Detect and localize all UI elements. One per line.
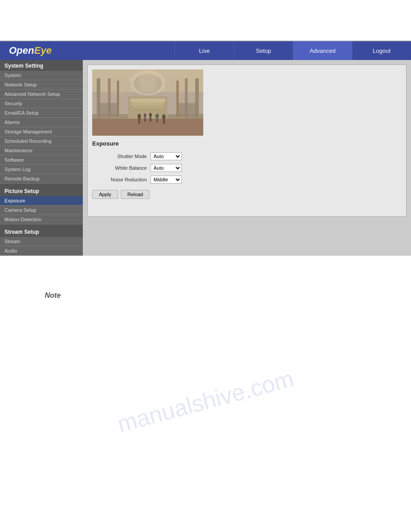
svg-point-27	[162, 114, 166, 120]
exposure-title: Exposure	[92, 140, 402, 147]
sidebar-item-motion-detection[interactable]: Motion Detection	[0, 215, 83, 224]
nav-setup[interactable]: Setup	[234, 41, 293, 60]
sidebar-item-security[interactable]: Security	[0, 99, 83, 108]
svg-rect-26	[156, 118, 158, 122]
svg-rect-28	[163, 120, 165, 124]
main-panel: Exposure Shutter Mode Auto Manual White …	[83, 60, 411, 256]
svg-rect-12	[134, 108, 161, 112]
svg-rect-10	[132, 102, 164, 105]
nav-advanced[interactable]: Advanced	[293, 41, 352, 60]
svg-rect-18	[176, 81, 179, 116]
camera-preview-svg	[92, 69, 203, 136]
sidebar-item-alarms[interactable]: Alarms	[0, 118, 83, 127]
svg-rect-22	[144, 118, 146, 122]
sidebar: System Setting System Network Setup Adva…	[0, 60, 83, 256]
sidebar-item-stream[interactable]: Stream	[0, 237, 83, 246]
white-balance-row: White Balance Auto Manual	[92, 164, 402, 172]
noise-reduction-select[interactable]: Low Middle High	[150, 176, 182, 184]
navbar-logo: OpenEye	[0, 45, 175, 56]
sidebar-item-camera-setup[interactable]: Camera Setup	[0, 206, 83, 215]
svg-rect-11	[133, 105, 163, 108]
sidebar-item-advanced-network-setup[interactable]: Advanced Network Setup	[0, 90, 83, 99]
sidebar-item-maintenance[interactable]: Maintenance	[0, 146, 83, 155]
noise-reduction-label: Noise Reduction	[92, 177, 150, 182]
svg-rect-24	[150, 117, 151, 121]
content-box: Exposure Shutter Mode Auto Manual White …	[87, 64, 407, 217]
nav-logout[interactable]: Logout	[352, 41, 411, 60]
svg-rect-30	[179, 103, 197, 116]
note-label: Note	[45, 292, 366, 300]
system-setting-title: System Setting	[0, 60, 83, 71]
sidebar-item-email-ea-setup[interactable]: Email/EA Setup	[0, 108, 83, 118]
camera-preview	[92, 69, 203, 136]
svg-point-25	[155, 114, 159, 118]
shutter-mode-row: Shutter Mode Auto Manual	[92, 152, 402, 160]
noise-reduction-row: Noise Reduction Low Middle High	[92, 176, 402, 184]
button-row: Apply Reload	[92, 190, 402, 199]
svg-rect-15	[117, 81, 119, 116]
note-area: Note	[0, 256, 411, 317]
svg-point-21	[144, 113, 146, 118]
svg-point-23	[149, 113, 152, 117]
sidebar-item-storage-management[interactable]: Storage Management	[0, 127, 83, 137]
nav-live[interactable]: Live	[175, 41, 234, 60]
sidebar-item-software[interactable]: Software	[0, 155, 83, 165]
logo-open: Open	[9, 45, 34, 56]
navbar: OpenEye Live Setup Advanced Logout	[0, 41, 411, 60]
sidebar-item-remote-backup[interactable]: Remote Backup	[0, 174, 83, 184]
page-below: manualshive.com Note	[0, 256, 411, 532]
svg-rect-9	[130, 99, 165, 102]
sidebar-item-scheduled-recording[interactable]: Scheduled Recording	[0, 137, 83, 146]
svg-rect-7	[92, 119, 203, 136]
logo: OpenEye	[9, 45, 51, 56]
sidebar-item-network-setup[interactable]: Network Setup	[0, 80, 83, 90]
svg-rect-20	[138, 119, 140, 124]
sidebar-item-audio[interactable]: Audio	[0, 246, 83, 256]
nav-links: Live Setup Advanced Logout	[175, 41, 411, 60]
shutter-mode-label: Shutter Mode	[92, 154, 150, 159]
svg-point-19	[137, 114, 141, 119]
reload-button[interactable]: Reload	[121, 190, 150, 199]
svg-rect-29	[99, 103, 117, 116]
sidebar-item-system-log[interactable]: System Log	[0, 165, 83, 174]
watermark: manualshive.com	[51, 348, 360, 455]
shutter-mode-select[interactable]: Auto Manual	[150, 152, 182, 160]
logo-eye: Eye	[34, 45, 51, 56]
apply-button[interactable]: Apply	[92, 190, 118, 199]
picture-setup-title: Picture Setup	[0, 185, 83, 196]
white-balance-label: White Balance	[92, 165, 150, 171]
stream-setup-title: Stream Setup	[0, 226, 83, 237]
main-wrapper: OpenEye Live Setup Advanced Logout Syste…	[0, 41, 411, 256]
white-balance-select[interactable]: Auto Manual	[150, 164, 182, 172]
sidebar-item-system[interactable]: System	[0, 71, 83, 80]
content-area: System Setting System Network Setup Adva…	[0, 60, 411, 256]
sidebar-item-exposure[interactable]: Exposure	[0, 196, 83, 206]
svg-marker-31	[137, 69, 158, 92]
